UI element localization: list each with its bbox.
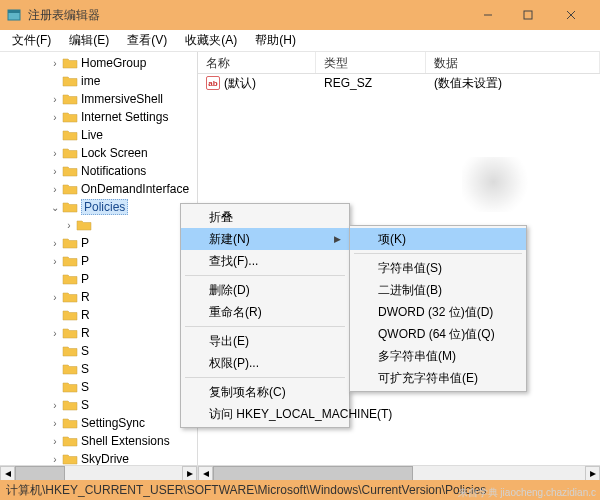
list-row[interactable]: ab (默认) REG_SZ (数值未设置) (198, 74, 600, 92)
expander-closed-icon[interactable]: › (48, 256, 62, 267)
folder-icon (62, 308, 78, 322)
menu-item[interactable]: 字符串值(S) (350, 257, 526, 279)
tree-node[interactable]: Live (0, 126, 197, 144)
tree-node-label: R (81, 326, 90, 340)
menu-item[interactable]: 二进制值(B) (350, 279, 526, 301)
tree-node[interactable]: ›SettingSync (0, 414, 197, 432)
tree-node[interactable]: ›HomeGroup (0, 54, 197, 72)
tree-node[interactable]: ›Lock Screen (0, 144, 197, 162)
menu-item[interactable]: 新建(N)▶ (181, 228, 349, 250)
menu-item[interactable]: 可扩充字符串值(E) (350, 367, 526, 389)
cell-data: (数值未设置) (426, 75, 600, 92)
tree-node[interactable]: ⌄Policies (0, 198, 197, 216)
menu-bar: 文件(F) 编辑(E) 查看(V) 收藏夹(A) 帮助(H) (0, 30, 600, 52)
col-data[interactable]: 数据 (426, 52, 600, 73)
list-h-scrollbar[interactable]: ◂ ▸ (198, 465, 600, 480)
expander-closed-icon[interactable]: › (48, 328, 62, 339)
folder-icon (62, 74, 78, 88)
menu-item[interactable]: 重命名(R) (181, 301, 349, 323)
expander-closed-icon[interactable]: › (48, 112, 62, 123)
menu-item[interactable]: DWORD (32 位)值(D) (350, 301, 526, 323)
tree-node[interactable]: ›P (0, 252, 197, 270)
expander-closed-icon[interactable]: › (48, 418, 62, 429)
tree-node[interactable]: ›Internet Settings (0, 108, 197, 126)
tree-node-label: Internet Settings (81, 110, 168, 124)
menu-item[interactable]: 折叠 (181, 206, 349, 228)
scroll-left-icon[interactable]: ◂ (0, 466, 15, 481)
tree-node[interactable]: ›ImmersiveShell (0, 90, 197, 108)
tree-node-label: P (81, 272, 89, 286)
menu-item-label: 查找(F)... (209, 253, 258, 270)
col-type[interactable]: 类型 (316, 52, 426, 73)
scroll-right-icon[interactable]: ▸ (585, 466, 600, 481)
expander-closed-icon[interactable]: › (48, 400, 62, 411)
tree-node[interactable]: › (0, 216, 197, 234)
tree-node[interactable]: ›Shell Extensions (0, 432, 197, 450)
folder-icon (62, 326, 78, 340)
menu-item[interactable]: 项(K) (350, 228, 526, 250)
menu-item[interactable]: 多字符串值(M) (350, 345, 526, 367)
menu-item[interactable]: 删除(D) (181, 279, 349, 301)
tree-node[interactable]: R (0, 306, 197, 324)
expander-closed-icon[interactable]: › (48, 166, 62, 177)
menu-item[interactable]: 访问 HKEY_LOCAL_MACHINE(T) (181, 403, 349, 425)
maximize-button[interactable] (508, 0, 548, 30)
expander-open-icon[interactable]: ⌄ (48, 202, 62, 213)
tree-h-scrollbar[interactable]: ◂ ▸ (0, 465, 197, 480)
expander-closed-icon[interactable]: › (48, 148, 62, 159)
menu-item-label: 新建(N) (209, 231, 250, 248)
tree-node-label: Notifications (81, 164, 146, 178)
folder-icon (62, 200, 78, 214)
menu-edit[interactable]: 编辑(E) (61, 30, 117, 51)
tree-node[interactable]: ›R (0, 288, 197, 306)
expander-closed-icon[interactable]: › (48, 238, 62, 249)
scroll-right-icon[interactable]: ▸ (182, 466, 197, 481)
minimize-button[interactable] (468, 0, 508, 30)
menu-favorites[interactable]: 收藏夹(A) (177, 30, 245, 51)
tree-node[interactable]: P (0, 270, 197, 288)
expander-closed-icon[interactable]: › (48, 454, 62, 465)
expander-closed-icon[interactable]: › (62, 220, 76, 231)
tree-node[interactable]: S (0, 378, 197, 396)
cell-name: ab (默认) (198, 75, 316, 92)
tree-node[interactable]: ›OnDemandInterface (0, 180, 197, 198)
expander-closed-icon[interactable]: › (48, 292, 62, 303)
tree-node[interactable]: ime (0, 72, 197, 90)
scroll-track[interactable] (15, 466, 182, 481)
tree-node[interactable]: ›P (0, 234, 197, 252)
close-button[interactable] (548, 0, 594, 30)
scroll-thumb[interactable] (213, 466, 413, 481)
menu-item[interactable]: 查找(F)... (181, 250, 349, 272)
menu-help[interactable]: 帮助(H) (247, 30, 304, 51)
tree-node-label: P (81, 254, 89, 268)
smudge-artifact (462, 157, 532, 212)
expander-closed-icon[interactable]: › (48, 184, 62, 195)
menu-item[interactable]: QWORD (64 位)值(Q) (350, 323, 526, 345)
menu-item-label: 访问 HKEY_LOCAL_MACHINE(T) (209, 406, 392, 423)
registry-tree[interactable]: ›HomeGroupime›ImmersiveShell›Internet Se… (0, 52, 197, 465)
tree-node[interactable]: ›S (0, 396, 197, 414)
tree-node-label: SettingSync (81, 416, 145, 430)
scroll-left-icon[interactable]: ◂ (198, 466, 213, 481)
tree-node[interactable]: S (0, 342, 197, 360)
expander-closed-icon[interactable]: › (48, 436, 62, 447)
folder-icon (62, 362, 78, 376)
tree-node-label: OnDemandInterface (81, 182, 189, 196)
menu-item[interactable]: 复制项名称(C) (181, 381, 349, 403)
expander-closed-icon[interactable]: › (48, 94, 62, 105)
col-name[interactable]: 名称 (198, 52, 316, 73)
tree-node[interactable]: ›R (0, 324, 197, 342)
scroll-track[interactable] (213, 466, 585, 481)
tree-node[interactable]: S (0, 360, 197, 378)
menu-file[interactable]: 文件(F) (4, 30, 59, 51)
tree-node[interactable]: ›Notifications (0, 162, 197, 180)
scroll-thumb[interactable] (15, 466, 65, 481)
expander-closed-icon[interactable]: › (48, 58, 62, 69)
context-menu[interactable]: 折叠新建(N)▶查找(F)...删除(D)重命名(R)导出(E)权限(P)...… (180, 203, 350, 428)
menu-separator (185, 377, 345, 378)
context-submenu-new[interactable]: 项(K)字符串值(S)二进制值(B)DWORD (32 位)值(D)QWORD … (349, 225, 527, 392)
tree-node[interactable]: ›SkyDrive (0, 450, 197, 465)
menu-item[interactable]: 导出(E) (181, 330, 349, 352)
menu-item[interactable]: 权限(P)... (181, 352, 349, 374)
menu-view[interactable]: 查看(V) (119, 30, 175, 51)
